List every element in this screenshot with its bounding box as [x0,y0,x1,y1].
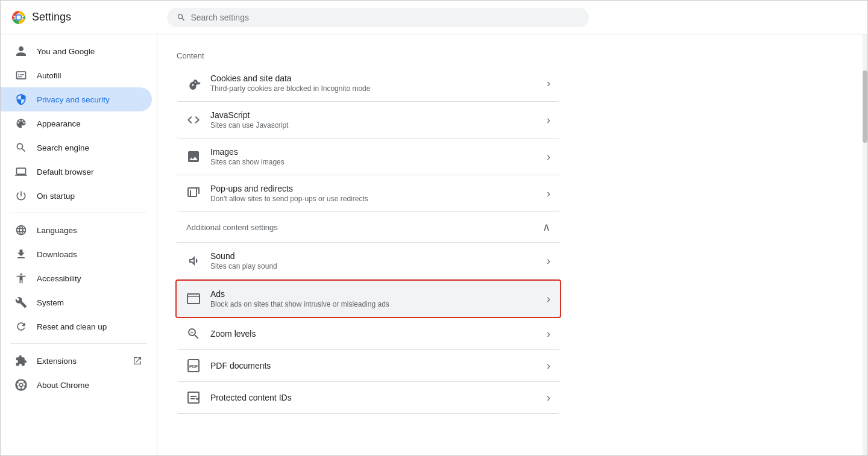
sidebar-label-privacy: Privacy and security [37,95,142,104]
sidebar-item-privacy[interactable]: Privacy and security [1,87,152,111]
sidebar-item-downloads[interactable]: Downloads [1,242,152,266]
settings-row-popups[interactable]: Pop-ups and redirects Don't allow sites … [177,175,560,212]
accessibility-icon [15,272,27,284]
javascript-chevron: › [547,114,550,126]
settings-row-sound[interactable]: Sound Sites can play sound › [177,243,560,280]
pdf-icon: PDF [186,358,201,373]
image-icon [186,149,201,164]
sound-text: Sound Sites can play sound [210,251,537,270]
sidebar-label-on-startup: On startup [37,192,142,201]
javascript-text: JavaScript Sites can use Javascript [210,110,537,130]
images-title: Images [210,147,537,157]
settings-row-protected[interactable]: Protected content IDs › [177,382,560,414]
additional-section-label: Additional content settings [186,223,278,232]
sidebar-item-languages[interactable]: Languages [1,218,152,242]
pdf-chevron: › [547,360,550,372]
settings-row-images[interactable]: Images Sites can show images › [177,139,560,175]
additional-chevron-up: ∧ [542,220,550,234]
sidebar-item-accessibility[interactable]: Accessibility [1,266,152,290]
sidebar-divider-1 [10,213,147,213]
chrome-logo-icon [10,9,27,26]
sidebar-item-you-and-google[interactable]: You and Google [1,39,152,63]
content-section-header: Content [177,44,560,65]
sidebar-item-autofill[interactable]: Autofill [1,63,152,87]
receipt-icon [15,69,27,81]
ads-icon [186,292,201,306]
monitor-icon [15,166,27,178]
refresh-icon [15,320,27,333]
sidebar: You and Google Autofill Privacy and secu… [1,34,157,455]
javascript-subtitle: Sites can use Javascript [210,121,537,130]
sidebar-label-search-engine: Search engine [37,143,142,152]
sidebar-item-search-engine[interactable]: Search engine [1,136,152,160]
svg-rect-11 [188,392,199,403]
sidebar-item-appearance[interactable]: Appearance [1,111,152,136]
svg-point-2 [17,15,21,19]
popups-subtitle: Don't allow sites to send pop-ups or use… [210,195,537,203]
popups-chevron: › [547,187,550,200]
code-icon [186,113,201,127]
sidebar-label-default-browser: Default browser [37,167,142,176]
settings-row-cookies[interactable]: Cookies and site data Third-party cookie… [177,65,560,102]
svg-rect-7 [187,294,200,304]
javascript-title: JavaScript [210,110,537,120]
additional-section-header[interactable]: Additional content settings ∧ [177,212,560,243]
about-chrome-icon [15,379,27,391]
search-icon [177,13,186,22]
cookie-icon [186,76,201,90]
settings-row-zoom[interactable]: Zoom levels › [177,318,560,350]
sidebar-item-extensions[interactable]: Extensions [1,349,152,373]
sidebar-divider-2 [10,343,147,344]
popups-title: Pop-ups and redirects [210,184,537,193]
sidebar-item-default-browser[interactable]: Default browser [1,160,152,184]
scrollbar-track[interactable] [863,34,867,455]
ads-text: Ads Block ads on sites that show intrusi… [210,289,537,308]
sidebar-item-system[interactable]: System [1,290,152,314]
sound-title: Sound [210,251,537,261]
content-area: Content Cookies and site data Third-part… [157,34,863,455]
sidebar-label-languages: Languages [37,226,142,235]
external-link-icon [133,356,142,366]
images-subtitle: Sites can show images [210,158,537,166]
shield-icon [15,93,27,105]
cookies-title: Cookies and site data [210,73,537,83]
search-engine-icon [15,142,27,154]
globe-icon [15,224,27,236]
search-input-wrap[interactable] [167,8,589,27]
download-icon [15,248,27,260]
sidebar-label-autofill: Autofill [37,71,142,80]
sidebar-item-on-startup[interactable]: On startup [1,184,152,208]
sidebar-label-about-chrome: About Chrome [37,381,142,390]
main-layout: You and Google Autofill Privacy and secu… [1,34,867,455]
ads-subtitle: Block ads on sites that show intrusive o… [210,300,537,308]
sidebar-label-you-and-google: You and Google [37,47,142,56]
search-input[interactable] [190,13,579,22]
content-inner: Content Cookies and site data Third-part… [157,34,579,423]
sound-chevron: › [547,255,550,267]
zoom-title: Zoom levels [210,329,537,339]
top-bar: Settings [1,1,867,34]
sidebar-label-system: System [37,298,142,307]
cookies-text: Cookies and site data Third-party cookie… [210,73,537,93]
cookies-subtitle: Third-party cookies are blocked in Incog… [210,84,537,93]
protected-title: Protected content IDs [210,393,537,402]
protected-text: Protected content IDs [210,393,537,402]
settings-row-javascript[interactable]: JavaScript Sites can use Javascript › [177,102,560,139]
sidebar-item-reset[interactable]: Reset and clean up [1,314,152,339]
scrollbar-thumb[interactable] [863,70,867,143]
popups-text: Pop-ups and redirects Don't allow sites … [210,184,537,203]
settings-title: Settings [32,11,71,23]
svg-text:PDF: PDF [189,364,198,369]
person-icon [15,45,27,57]
settings-row-ads[interactable]: Ads Block ads on sites that show intrusi… [175,280,561,318]
sidebar-label-appearance: Appearance [37,119,142,128]
wrench-icon [15,296,27,308]
sound-subtitle: Sites can play sound [210,262,537,270]
zoom-chevron: › [547,328,550,340]
sidebar-item-about-chrome[interactable]: About Chrome [1,373,152,397]
sidebar-label-accessibility: Accessibility [37,274,142,283]
sidebar-label-reset: Reset and clean up [37,322,142,331]
settings-row-pdf[interactable]: PDF PDF documents › [177,350,560,382]
svg-point-5 [20,384,22,386]
logo-area: Settings [10,9,167,26]
